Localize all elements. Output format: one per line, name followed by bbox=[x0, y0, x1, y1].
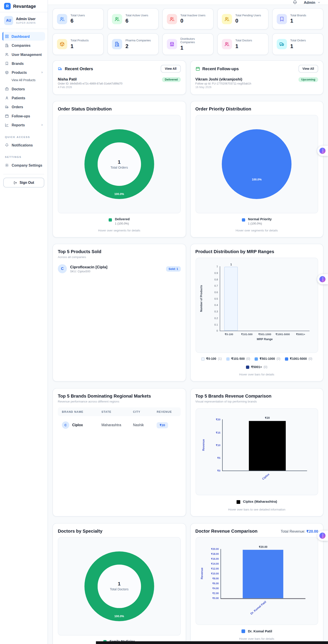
sidebar-item-doctors[interactable]: Doctors bbox=[2, 84, 45, 93]
sidebar-item-brands[interactable]: Brands bbox=[2, 59, 45, 68]
assistant-fab[interactable] bbox=[317, 146, 328, 156]
users-icon bbox=[222, 14, 232, 24]
y-tick: ₹18.00 bbox=[211, 552, 219, 555]
sidebar-item-user-management[interactable]: User Management bbox=[2, 50, 45, 59]
stat-label: Total Brands bbox=[290, 14, 306, 17]
legend-swatch bbox=[109, 218, 112, 222]
donut-center-value: 1 bbox=[118, 159, 121, 165]
sidebar-item-patients[interactable]: Patients bbox=[2, 94, 45, 102]
column-header: REVENUE bbox=[157, 410, 176, 413]
doctors-specialty-donut-segment[interactable]: 100.0% 1 Total Doctors bbox=[84, 552, 154, 621]
stat-label: Total Active Users bbox=[125, 14, 148, 17]
recent-orders-title: Recent Orders bbox=[65, 66, 93, 71]
sidebar-item-label: Orders bbox=[12, 105, 23, 109]
assistant-fab[interactable] bbox=[317, 530, 328, 541]
stat-card-total-pending-users: Total Pending Users 0 bbox=[217, 8, 268, 30]
table-row[interactable]: C Ciplox Maharashtra Nashik ₹20 bbox=[58, 416, 181, 434]
order-status-chart-panel: 100.0% 1 Total Orders bbox=[58, 115, 181, 213]
legend-item: ₹501-1000(0) bbox=[255, 357, 280, 361]
chart-hint: Hover over segments for details bbox=[58, 229, 181, 233]
brain-icon bbox=[319, 148, 326, 154]
user-menu[interactable]: Admin bbox=[304, 0, 321, 4]
users-icon bbox=[222, 39, 232, 49]
sidebar-item-label: Brands bbox=[12, 61, 24, 65]
stat-label: Total Users bbox=[71, 14, 85, 17]
medical-bag-icon bbox=[5, 87, 9, 91]
order-priority-chart-panel: 100.0% bbox=[195, 115, 318, 213]
recent-followup-item[interactable]: Vikram Joshi (vikramjoshi) Follow up Id:… bbox=[195, 77, 318, 89]
stat-card-total-active-users: Total Active Users 6 bbox=[107, 8, 159, 30]
assistant-fab[interactable] bbox=[317, 274, 328, 284]
avatar: AU bbox=[4, 16, 13, 25]
truck-icon bbox=[58, 66, 62, 71]
notifications-bell-icon[interactable] bbox=[293, 0, 297, 4]
y-tick: 1 bbox=[217, 265, 218, 268]
sidebar-footer: Sign Out bbox=[3, 174, 44, 188]
x-tick: ₹5001+ bbox=[296, 333, 305, 336]
building-icon bbox=[5, 44, 9, 47]
column-header: STATE bbox=[101, 410, 133, 413]
y-tick: 0.6 bbox=[214, 291, 218, 294]
order-status-donut-segment[interactable]: 100.0% 1 Total Orders bbox=[84, 129, 154, 199]
mrp-bar-0-100[interactable]: 1 bbox=[224, 267, 238, 331]
sidebar-item-companies[interactable]: Companies bbox=[2, 41, 45, 50]
recent-order-item[interactable]: Nisha Patil Order ID: bfe9d545-e72c-4869… bbox=[58, 77, 181, 89]
sidebar-quick-access: Notifications bbox=[0, 140, 48, 150]
legend-name: Dr. Komal Patil bbox=[248, 629, 272, 633]
followup-id: Follow up Id: FU-1770206703711-nxg93ab1h bbox=[195, 82, 251, 85]
user-name: Admin User bbox=[16, 17, 36, 21]
doctor-revenue-bar[interactable]: ₹20.00 bbox=[243, 550, 284, 598]
x-axis-title: MRP Range bbox=[220, 338, 310, 341]
stat-value: 6 bbox=[71, 18, 85, 24]
stat-value: 1 bbox=[235, 43, 252, 49]
legend-swatch bbox=[285, 357, 288, 361]
stat-value: 2 bbox=[125, 43, 151, 49]
sidebar-item-label: Reports bbox=[12, 123, 25, 127]
view-all-followups-button[interactable]: View All bbox=[298, 65, 318, 73]
sidebar-item-view-all-products[interactable]: View All Products bbox=[2, 77, 45, 84]
sidebar-item-company-settings[interactable]: Company Settings bbox=[2, 161, 45, 170]
order-priority-pie-segment[interactable]: 100.0% bbox=[222, 129, 292, 199]
sidebar-subitem-label: View All Products bbox=[11, 78, 35, 82]
stat-card-pharma-companies: Pharma Companies 2 bbox=[107, 33, 159, 55]
brand-revenue-chart-panel: Revenue ₹20 ₹15 ₹10 ₹5 ₹0 ₹20 Ciplox bbox=[195, 408, 318, 495]
sidebar-item-follow-ups[interactable]: Follow-ups bbox=[2, 112, 45, 120]
sidebar-item-products[interactable]: Products › bbox=[2, 68, 45, 77]
chart-hint: Hover over segments for details bbox=[195, 229, 318, 233]
product-list-item[interactable]: C Ciprofloxacin [Cipla] SKU: Ciplox500 S… bbox=[58, 264, 181, 273]
truck-icon bbox=[277, 39, 287, 49]
followup-name: Vikram Joshi (vikramjoshi) bbox=[195, 77, 251, 81]
dashboard-page: R Revantage AU Admin User SUPER ADMIN Da… bbox=[0, 0, 328, 644]
stat-card-total-doctors: Total Doctors 1 bbox=[217, 33, 268, 55]
y-tick: ₹20.00 bbox=[211, 548, 219, 550]
sidebar-item-notifications[interactable]: Notifications bbox=[2, 141, 45, 149]
doctors-row: Doctors by Specialty 100.0% 1 Total Doct… bbox=[52, 523, 324, 644]
order-date: 4 Feb 2026 bbox=[58, 86, 122, 89]
distribution-charts-row: Order Status Distribution 100.0% 1 Total… bbox=[52, 101, 324, 238]
brand-revenue-bar-ciplox[interactable]: ₹20 bbox=[249, 421, 286, 471]
sidebar-item-dashboard[interactable]: Dashboard bbox=[2, 32, 45, 41]
brand-state: Maharashtra bbox=[101, 423, 133, 427]
stat-label: Total Inactive Users bbox=[180, 14, 205, 17]
sidebar-item-orders[interactable]: Orders bbox=[2, 103, 45, 111]
y-tick: ₹6.00 bbox=[212, 582, 219, 584]
y-tick: 0.8 bbox=[214, 278, 218, 281]
card-title: Product Distribution by MRP Ranges bbox=[195, 249, 318, 254]
sidebar-item-label: Companies bbox=[12, 44, 30, 48]
bookmark-icon bbox=[277, 14, 287, 24]
chevron-right-icon: › bbox=[41, 71, 43, 74]
x-tick: ₹0-100 bbox=[225, 333, 233, 336]
y-tick: 0.4 bbox=[214, 304, 218, 306]
settings-section-label: SETTINGS bbox=[0, 150, 48, 160]
view-all-orders-button[interactable]: View All bbox=[161, 65, 181, 73]
topbar: Admin bbox=[48, 0, 328, 5]
y-tick: ₹10.00 bbox=[211, 572, 219, 575]
sidebar-item-label: User Management bbox=[12, 52, 41, 56]
sidebar-item-label: Products bbox=[12, 70, 27, 74]
followup-date: 16 May 2026 bbox=[195, 86, 251, 89]
sign-out-button[interactable]: Sign Out bbox=[3, 178, 44, 188]
stat-card-total-brands: Total Brands 1 bbox=[272, 8, 323, 30]
y-tick: ₹2.00 bbox=[212, 592, 219, 594]
doctor-revenue-card: Doctor Revenue Comparison Total Revenue:… bbox=[190, 523, 323, 644]
sidebar-item-reports[interactable]: Reports › bbox=[2, 120, 45, 129]
